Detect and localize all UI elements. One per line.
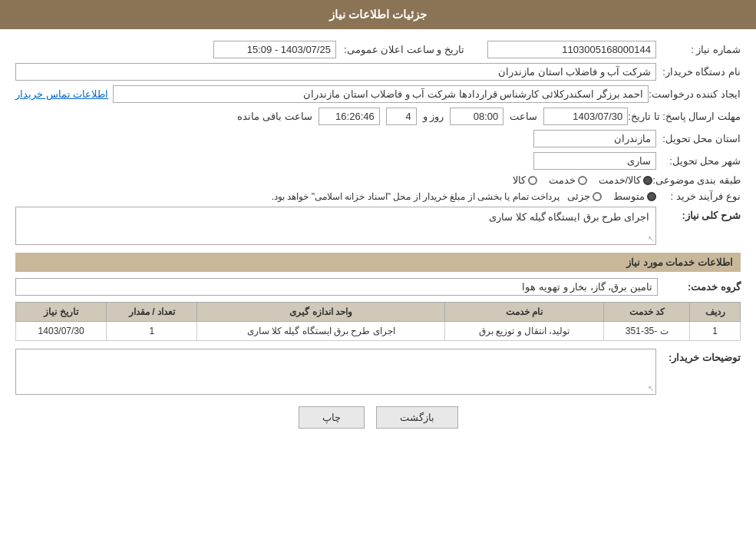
kala-label: کالا	[513, 174, 526, 186]
shahr-label: شهر محل تحویل:	[656, 155, 741, 167]
noe-farayand-label: نوع فرآیند خرید :	[656, 190, 741, 202]
jozee-option[interactable]: جزئی	[567, 190, 602, 202]
nam-dastgah-value: شرکت آب و فاضلاب استان مازندران	[15, 63, 656, 81]
services-section-title: اطلاعات خدمات مورد نیاز	[15, 253, 741, 272]
tozihat-label: توضیحات خریدار:	[656, 349, 741, 363]
shahr-value: ساری	[533, 152, 656, 170]
kala-khedmat-option[interactable]: کالا/خدمت	[599, 174, 653, 186]
grohe-khedmat-row: گروه خدمت: تامین برق، گاز، بخار و تهویه …	[15, 278, 741, 296]
ijad-konande-label: ایجاد کننده درخواست:	[649, 88, 741, 100]
shomara-niaz-value: 1103005168000144	[487, 41, 656, 58]
kala-khedmat-label: کالا/خدمت	[599, 174, 642, 186]
purchase-note: پرداخت تمام یا بخشی از مبلغ خریدار از مح…	[272, 191, 560, 202]
jozee-label: جزئی	[567, 190, 590, 202]
ijad-konande-value: احمد برزگر اسکندرکلائی کارشناس قراردادها…	[113, 85, 649, 103]
table-cell-nam_khedmat: تولید، انتقال و توزیع برق	[444, 322, 604, 341]
shomara-niaz-label: شماره نیاز :	[656, 44, 741, 55]
ostan-value: مازندران	[533, 130, 656, 147]
table-row: 1ت -35-351تولید، انتقال و توزیع برقاجرای…	[16, 322, 741, 341]
col-tedad: تعداد / مقدار	[107, 303, 197, 322]
col-nam: نام خدمت	[444, 303, 604, 322]
ostan-label: استان محل تحویل:	[656, 133, 741, 144]
col-tarikh: تاریخ نیاز	[16, 303, 107, 322]
motovaset-radio	[647, 192, 656, 201]
table-cell-tarikh_niaz: 1403/07/30	[16, 322, 107, 341]
roz-label: روز و	[423, 111, 444, 122]
saat-label: ساعت	[510, 111, 537, 122]
shahr-row: شهر محل تحویل: ساری	[15, 152, 741, 170]
khedmat-label: خدمت	[549, 174, 576, 186]
sharh-value: اجرای طرح برق ایستگاه گیله کلا ساری	[489, 211, 649, 223]
content-area: شماره نیاز : 1103005168000144 تاریخ و سا…	[0, 29, 756, 452]
khedmat-option[interactable]: خدمت	[549, 174, 587, 186]
purchase-type-group: متوسط جزئی	[567, 190, 656, 202]
sharh-row: شرح کلی نیاز: اجرای طرح برق ایستگاه گیله…	[15, 207, 741, 245]
kala-radio	[528, 176, 537, 185]
tabaqe-label: طبقه بندی موضوعی:	[652, 174, 741, 186]
kala-option[interactable]: کالا	[513, 174, 537, 186]
motovaset-option[interactable]: متوسط	[613, 190, 656, 202]
table-cell-vahed: اجرای طرح برق ایستگاه گیله کلا ساری	[197, 322, 444, 341]
col-radif: ردیف	[690, 303, 741, 322]
table-cell-radif: 1	[690, 322, 741, 341]
col-vahed: واحد اندازه گیری	[197, 303, 444, 322]
page-header: جزئیات اطلاعات نیاز	[0, 0, 756, 29]
mohlet-row: مهلت ارسال پاسخ: تا تاریخ: 1403/07/30 سا…	[15, 108, 741, 125]
nam-dastgah-label: نام دستگاه خریدار:	[656, 66, 741, 78]
baqi-label: ساعت باقی مانده	[237, 111, 312, 122]
ettelaat-tamas-link[interactable]: اطلاعات تماس خریدار	[15, 88, 108, 100]
back-button[interactable]: بازگشت	[376, 406, 458, 429]
tabaqe-radio-group: کالا/خدمت خدمت کالا	[513, 174, 653, 186]
grohe-khedmat-value: تامین برق، گاز، بخار و تهویه هوا	[15, 278, 658, 296]
ijad-konande-row: ایجاد کننده درخواست: احمد برزگر اسکندرکل…	[15, 85, 741, 103]
mohlet-label: مهلت ارسال پاسخ: تا تاریخ:	[628, 111, 741, 122]
roz-value: 4	[386, 108, 417, 125]
services-table: ردیف کد خدمت نام خدمت واحد اندازه گیری ت…	[15, 302, 741, 341]
tarikh-value: 1403/07/25 - 15:09	[213, 41, 336, 58]
print-button[interactable]: چاپ	[299, 406, 365, 429]
ostan-row: استان محل تحویل: مازندران	[15, 130, 741, 147]
grohe-khedmat-label: گروه خدمت:	[664, 281, 741, 293]
jozee-radio	[593, 192, 602, 201]
kala-khedmat-radio	[643, 176, 652, 185]
motovaset-label: متوسط	[613, 190, 645, 202]
baqi-saat-value: 16:26:46	[319, 108, 380, 125]
page-title: جزئیات اطلاعات نیاز	[329, 8, 427, 21]
buttons-row: بازگشت چاپ	[15, 406, 741, 440]
table-cell-kod_khedmat: ت -35-351	[604, 322, 690, 341]
page-wrapper: جزئیات اطلاعات نیاز شماره نیاز : 1103005…	[0, 0, 756, 553]
tabaqe-row: طبقه بندی موضوعی: کالا/خدمت خدمت کالا	[15, 174, 741, 186]
date-value: 1403/07/30	[543, 108, 628, 125]
sharh-label: شرح کلی نیاز:	[656, 207, 741, 221]
shomara-niaz-row: شماره نیاز : 1103005168000144 تاریخ و سا…	[15, 41, 741, 58]
col-kod: کد خدمت	[604, 303, 690, 322]
khedmat-radio	[578, 176, 587, 185]
table-cell-tedad: 1	[107, 322, 197, 341]
noe-farayand-row: نوع فرآیند خرید : متوسط جزئی پرداخت تمام…	[15, 190, 741, 202]
tozihat-row: توضیحات خریدار: ↖	[15, 349, 741, 395]
tarikh-label: تاریخ و ساعت اعلان عمومی:	[344, 44, 464, 55]
saat-value: 08:00	[450, 108, 503, 125]
nam-dastgah-row: نام دستگاه خریدار: شرکت آب و فاضلاب استا…	[15, 63, 741, 81]
